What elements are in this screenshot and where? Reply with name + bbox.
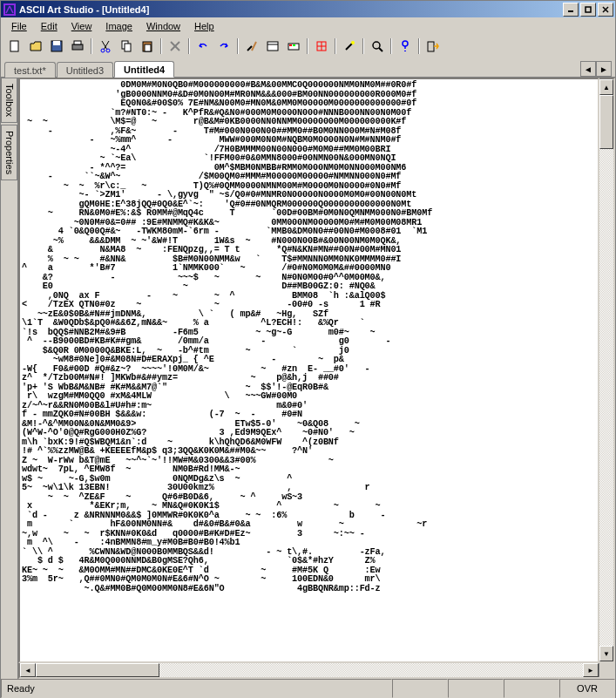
tab-untitled3[interactable]: Untitled3 [57, 62, 113, 78]
menu-help[interactable]: Help [187, 19, 221, 33]
titlebar: ASCII Art Studio - [Untitled4] [1, 1, 615, 17]
svg-rect-24 [267, 42, 278, 51]
grid-button[interactable] [312, 37, 331, 56]
svg-rect-9 [53, 41, 60, 45]
vertical-scrollbar[interactable]: ▲ ▼ [599, 78, 615, 663]
scroll-thumb-v[interactable] [599, 95, 613, 149]
svg-point-36 [403, 41, 408, 46]
close-button[interactable] [598, 3, 613, 17]
status-ready: Ready [1, 679, 392, 698]
menubar: File Edit View Image Window Help [1, 17, 615, 35]
svg-point-15 [106, 49, 110, 52]
properties-button[interactable] [263, 37, 282, 56]
open-button[interactable] [26, 37, 45, 56]
tab-prev-button[interactable]: ◄ [580, 61, 596, 77]
redo-button[interactable] [214, 37, 234, 56]
scroll-right-button[interactable]: ► [583, 663, 599, 677]
svg-rect-39 [428, 42, 434, 51]
scroll-track-h[interactable] [36, 663, 583, 677]
svg-line-2 [10, 6, 13, 13]
help-button[interactable] [396, 37, 415, 56]
status-cell-1 [392, 679, 448, 698]
menu-edit[interactable]: Edit [34, 19, 64, 33]
zoom-button[interactable] [368, 37, 387, 56]
paste-button[interactable] [138, 37, 157, 56]
tab-test-txt[interactable]: test.txt* [4, 62, 56, 78]
exit-button[interactable] [423, 37, 443, 56]
scroll-up-button[interactable]: ▲ [599, 79, 613, 95]
tab-strip: test.txt* Untitled3 Untitled4 ◄ ► [1, 58, 615, 78]
svg-rect-4 [586, 7, 591, 12]
palette-button[interactable] [284, 37, 303, 56]
ascii-content: 0DM0M#M0N0QB0#M000000000#B&M&00MMC0Q0000… [20, 79, 598, 595]
svg-rect-0 [4, 4, 15, 15]
status-cell-3 [504, 679, 559, 698]
svg-rect-19 [145, 44, 151, 51]
app-icon [3, 3, 17, 17]
scroll-corner [599, 663, 613, 677]
svg-rect-17 [125, 44, 131, 51]
scroll-thumb-h[interactable] [36, 663, 159, 677]
menu-window[interactable]: Window [139, 19, 187, 33]
svg-point-33 [351, 41, 355, 44]
svg-line-35 [379, 48, 382, 51]
minimize-button[interactable] [563, 3, 579, 17]
svg-rect-27 [289, 44, 292, 46]
statusbar: Ready OVR [1, 679, 615, 697]
svg-point-34 [373, 42, 380, 49]
tools-button[interactable] [242, 37, 261, 56]
svg-rect-28 [293, 44, 295, 46]
properties-panel-tab[interactable]: Properties [1, 125, 17, 180]
delete-button[interactable] [166, 37, 185, 56]
tab-untitled4[interactable]: Untitled4 [114, 61, 174, 78]
save-button[interactable] [47, 37, 66, 56]
svg-point-14 [101, 49, 105, 52]
toolbar [1, 35, 615, 58]
svg-line-22 [247, 46, 252, 51]
svg-line-23 [252, 42, 256, 51]
svg-rect-10 [72, 44, 83, 50]
wand-button[interactable] [340, 37, 359, 56]
svg-line-1 [6, 6, 10, 13]
editor-canvas[interactable]: 0DM0M#M0N0QB0#M000000000#B&M&00MMC0Q0000… [18, 78, 599, 663]
svg-rect-7 [10, 41, 18, 51]
maximize-button[interactable] [580, 3, 596, 17]
scroll-track-v[interactable] [599, 95, 613, 646]
status-ovr: OVR [559, 679, 615, 698]
window-title: ASCII Art Studio - [Untitled4] [19, 4, 563, 15]
menu-image[interactable]: Image [98, 19, 139, 33]
svg-rect-11 [74, 41, 81, 44]
horizontal-scrollbar[interactable]: ◄ ► [18, 663, 615, 679]
toolbox-panel-tab[interactable]: Toolbox [1, 78, 17, 123]
scroll-left-button[interactable]: ◄ [20, 663, 36, 677]
new-button[interactable] [5, 37, 24, 56]
print-button[interactable] [68, 37, 87, 56]
copy-button[interactable] [117, 37, 136, 56]
scroll-down-button[interactable]: ▼ [599, 646, 613, 661]
menu-file[interactable]: File [4, 19, 34, 33]
undo-button[interactable] [193, 37, 213, 56]
status-cell-2 [448, 679, 504, 698]
menu-view[interactable]: View [64, 19, 99, 33]
tab-next-button[interactable]: ► [596, 61, 612, 77]
cut-button[interactable] [96, 37, 115, 56]
